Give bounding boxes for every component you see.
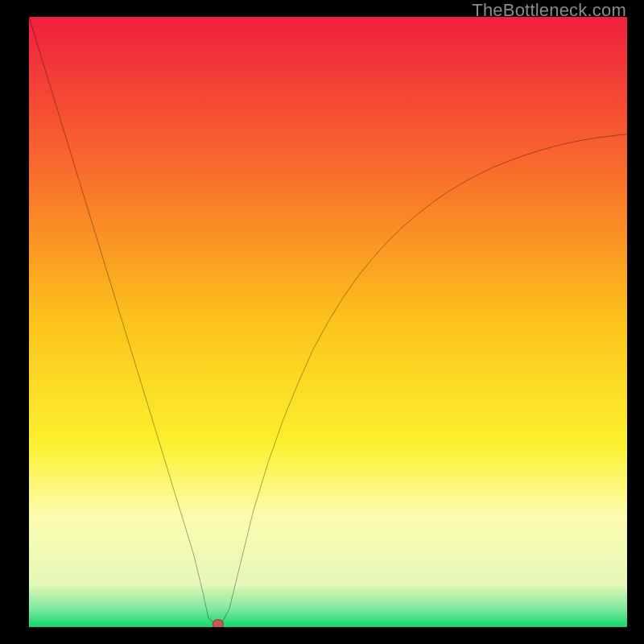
watermark-text: TheBottleneck.com — [472, 0, 626, 21]
minimum-marker — [213, 620, 223, 627]
plot-area — [29, 17, 627, 627]
chart-frame: TheBottleneck.com — [0, 0, 644, 644]
bottleneck-curve — [29, 17, 627, 627]
